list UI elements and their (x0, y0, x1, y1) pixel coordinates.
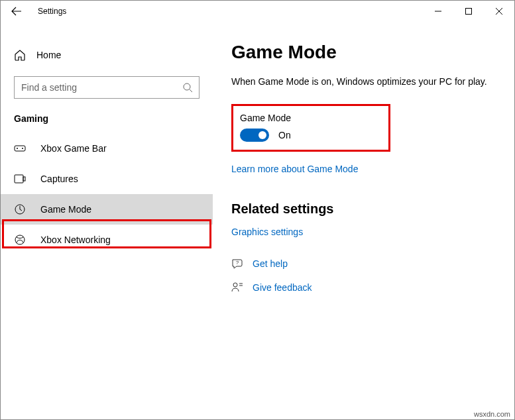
svg-rect-6 (23, 177, 25, 181)
toggle-knob (258, 131, 266, 139)
category-heading: Gaming (1, 113, 213, 133)
xbox-icon (14, 234, 26, 246)
minimize-icon (435, 8, 441, 15)
graphics-settings-link[interactable]: Graphics settings (231, 227, 303, 237)
sidebar-item-xbox-game-bar[interactable]: Xbox Game Bar (1, 133, 213, 164)
give-feedback-link[interactable]: Give feedback (253, 282, 312, 293)
maximize-button[interactable] (453, 1, 484, 22)
related-settings-heading: Related settings (231, 201, 490, 217)
window-title: Settings (38, 7, 66, 16)
svg-point-10 (233, 283, 237, 287)
sidebar-item-captures[interactable]: Captures (1, 164, 213, 194)
svg-point-1 (184, 83, 190, 90)
toggle-state: On (278, 130, 291, 140)
sidebar-item-label: Xbox Networking (40, 235, 111, 245)
home-icon (14, 49, 26, 61)
sidebar-item-label: Captures (40, 174, 78, 184)
svg-rect-0 (466, 9, 472, 15)
toggle-label: Game Mode (240, 113, 382, 123)
feedback-icon (231, 282, 243, 293)
minimize-button[interactable] (423, 1, 453, 22)
sidebar-item-label: Xbox Game Bar (40, 143, 107, 154)
game-mode-toggle[interactable] (240, 129, 269, 142)
help-icon: ? (231, 258, 243, 270)
sidebar-item-xbox-networking[interactable]: Xbox Networking (1, 225, 213, 255)
close-button[interactable] (484, 1, 514, 22)
home-link[interactable]: Home (1, 42, 213, 68)
page-title: Game Mode (231, 42, 490, 63)
arrow-left-icon (11, 6, 22, 17)
sidebar-item-game-mode[interactable]: Game Mode (1, 194, 213, 225)
search-input[interactable] (14, 76, 200, 99)
svg-text:?: ? (236, 260, 239, 266)
get-help-row[interactable]: ? Get help (231, 258, 490, 270)
close-icon (496, 8, 502, 15)
window-controls (423, 1, 514, 22)
sidebar-item-label: Game Mode (40, 204, 91, 215)
game-bar-icon (14, 142, 26, 154)
get-help-link[interactable]: Get help (253, 258, 288, 269)
highlight-box-toggle: Game Mode On (231, 104, 390, 152)
svg-rect-2 (15, 146, 25, 151)
home-label: Home (36, 50, 61, 60)
give-feedback-row[interactable]: Give feedback (231, 282, 490, 293)
svg-rect-5 (15, 175, 23, 183)
svg-point-4 (22, 148, 23, 149)
watermark: wsxdn.com (474, 410, 510, 418)
sidebar: Home Gaming Xbox Game Bar Captures Game … (1, 22, 213, 420)
back-button[interactable] (1, 1, 32, 22)
game-mode-icon (14, 203, 26, 215)
content-pane: Game Mode When Game Mode is on, Windows … (213, 22, 514, 420)
maximize-icon (465, 8, 472, 15)
intro-text: When Game Mode is on, Windows optimizes … (231, 76, 490, 87)
search-box[interactable] (14, 76, 200, 99)
search-icon (182, 82, 193, 93)
learn-more-link[interactable]: Learn more about Game Mode (231, 164, 358, 174)
captures-icon (14, 173, 26, 185)
svg-point-3 (17, 148, 18, 149)
titlebar: Settings (1, 1, 514, 22)
